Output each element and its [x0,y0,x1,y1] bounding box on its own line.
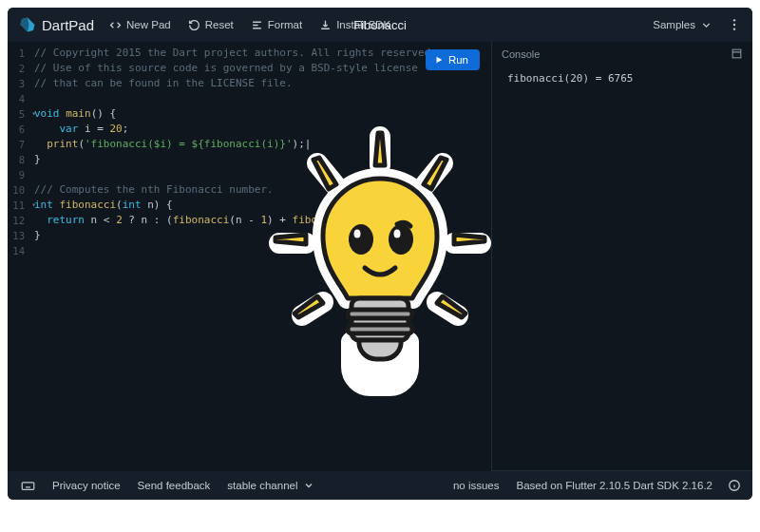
code-line [34,91,485,106]
svg-point-2 [733,28,735,29]
code-line: // Copyright 2015 the Dart project autho… [34,46,485,61]
line-number: 7 [8,137,28,152]
app-name: DartPad [42,17,94,33]
code-line: } [34,152,485,167]
format-icon [251,19,263,31]
chevron-down-icon [700,19,712,31]
format-button[interactable]: Format [243,15,310,35]
expand-icon[interactable] [731,48,743,60]
issues-status: no issues [446,476,507,495]
chevron-down-icon [303,480,314,491]
line-number: 2 [8,61,28,76]
code-line: /// Computes the nth Fibonacci number. [34,182,485,198]
privacy-link[interactable]: Privacy notice [45,476,128,495]
line-gutter: 1234567891011121314 [8,42,28,471]
more-vertical-icon [727,17,742,32]
channel-dropdown[interactable]: stable channel [219,476,321,495]
reset-button[interactable]: Reset [180,15,241,35]
code-line: print('fibonacci($i) = ${fibonacci(i)}')… [34,137,485,152]
svg-rect-3 [732,49,741,58]
code-line: return n < 2 ? n : (fibonacci(n - 1) + f… [34,213,485,228]
info-button[interactable] [722,473,747,498]
console-pane: Console fibonacci(20) = 6765 [491,42,752,471]
console-title: Console [502,48,540,60]
code-line [34,243,485,258]
toolbar: DartPad New Pad Reset Format Install SDK… [8,8,752,42]
code-icon [109,19,122,31]
svg-rect-4 [22,482,34,489]
more-menu-button[interactable] [722,12,747,37]
code-line: } [34,228,485,243]
line-number: 1 [8,46,28,61]
svg-point-1 [733,24,735,26]
statusbar: Privacy notice Send feedback stable chan… [8,471,752,500]
line-number: 14 [8,243,28,258]
code-line: // that can be found in the LICENSE file… [34,76,485,91]
line-number: 10 [8,182,28,198]
download-icon [319,19,332,31]
code-line: // Use of this source code is governed b… [34,61,485,76]
feedback-link[interactable]: Send feedback [130,476,218,495]
editor-pane[interactable]: 1234567891011121314 // Copyright 2015 th… [8,42,491,471]
line-number: 5 [8,106,28,122]
code-editor[interactable]: // Copyright 2015 the Dart project autho… [28,42,491,471]
line-number: 9 [8,167,28,182]
version-label: Based on Flutter 2.10.5 Dart SDK 2.16.2 [509,476,720,495]
line-number: 12 [8,213,28,228]
keyboard-icon [21,479,35,493]
line-number: 6 [8,122,28,137]
samples-dropdown[interactable]: Samples [645,15,720,35]
line-number: 4 [8,91,28,106]
svg-point-0 [733,19,735,21]
line-number: 11 [8,198,28,213]
console-header: Console [492,42,752,66]
app-logo: DartPad [13,16,100,33]
app-window: DartPad New Pad Reset Format Install SDK… [8,8,752,500]
new-pad-button[interactable]: New Pad [102,15,179,35]
code-line: var i = 20; [34,122,485,137]
line-number: 3 [8,76,28,91]
code-line: int fibonacci(int n) { [34,198,485,213]
code-line [34,167,485,182]
page-title: Fibonacci [353,18,407,32]
reset-icon [188,19,200,31]
info-icon [728,479,741,492]
keyboard-shortcuts-button[interactable] [13,475,43,497]
console-output: fibonacci(20) = 6765 [492,66,752,318]
play-icon [434,55,444,65]
line-number: 8 [8,152,28,167]
line-number: 13 [8,228,28,243]
run-button[interactable]: Run [426,49,480,70]
main-split: 1234567891011121314 // Copyright 2015 th… [8,42,752,471]
dart-logo-icon [19,16,36,33]
code-line: void main() { [34,106,485,122]
